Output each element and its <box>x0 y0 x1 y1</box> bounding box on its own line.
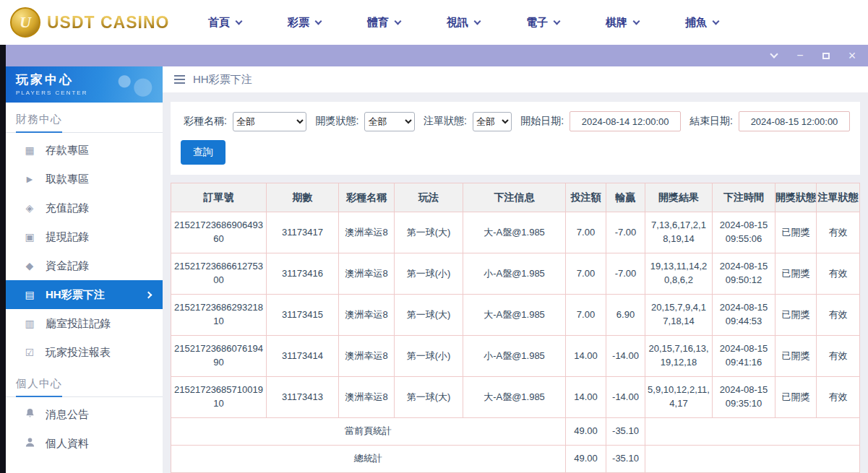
hamburger-menu-icon[interactable] <box>174 79 185 80</box>
nav-item-label: 體育 <box>367 16 389 30</box>
page-title: HH彩票下注 <box>193 73 252 87</box>
close-button[interactable]: × <box>846 50 858 61</box>
sidebar-item-profile[interactable]: 個人資料 <box>6 429 163 458</box>
collapse-button[interactable] <box>768 50 780 61</box>
nav-item-home[interactable]: 首頁 <box>208 16 241 30</box>
header-period: 期數 <box>267 183 339 212</box>
nav-item-sports[interactable]: 體育 <box>367 16 400 30</box>
nav-item-label: 視訊 <box>447 16 468 30</box>
page-header: HH彩票下注 <box>163 66 868 92</box>
header-bet-amount: 投注額 <box>566 183 606 212</box>
window-backdrop: − × 玩家中心 PLAYERS CENTER 財務中心 ▦ 存款專區 ► 取款… <box>0 45 868 473</box>
chevron-down-icon <box>236 17 243 25</box>
cell-winloss: -14.00 <box>606 336 645 377</box>
cell-order-status: 有效 <box>817 295 860 336</box>
main-content: HH彩票下注 彩種名稱: 全部 開獎狀態: 全部 注單狀態: 全部 開始日期: … <box>163 66 868 473</box>
page-total-bet: 49.00 <box>566 418 606 446</box>
sidebar-item-player-bet-report[interactable]: ☑ 玩家投注報表 <box>6 338 163 367</box>
lottery-type-select[interactable]: 全部 <box>233 112 307 131</box>
cashout-icon: ▣ <box>23 231 36 243</box>
sidebar: 玩家中心 PLAYERS CENTER 財務中心 ▦ 存款專區 ► 取款專區 ◈… <box>6 66 163 473</box>
cell-period: 31173416 <box>267 253 339 295</box>
chevron-down-icon <box>315 17 322 25</box>
cell-order-status: 有效 <box>817 212 860 253</box>
nav-item-chess[interactable]: 棋牌 <box>606 16 639 30</box>
nav-item-video[interactable]: 視訊 <box>447 16 480 30</box>
sidebar-item-room-bet-records[interactable]: ▥ 廳室投註記錄 <box>6 309 163 338</box>
draw-status-label: 開獎狀態: <box>315 115 358 128</box>
end-date-label: 結束日期: <box>689 115 733 128</box>
sidebar-item-recharge-records[interactable]: ◈ 充值記錄 <box>6 194 163 222</box>
logo[interactable]: U USDT CASINO <box>0 7 173 38</box>
nav-item-label: 捕魚 <box>685 16 707 30</box>
draw-status-select[interactable]: 全部 <box>364 112 415 131</box>
table-header-row: 訂單號 期數 彩種名稱 玩法 下注信息 投注額 輸贏 開獎結果 下注時間 開獎狀… <box>171 183 860 212</box>
sidebar-item-label: 玩家投注報表 <box>46 346 111 360</box>
cell-bet-time: 2024-08-15 09:55:06 <box>713 212 775 253</box>
window-titlebar: − × <box>6 45 868 66</box>
nav-item-label: 首頁 <box>208 16 230 30</box>
cell-order-id: 2152172368571001910 <box>171 377 267 418</box>
nav-item-fishing[interactable]: 捕魚 <box>685 16 718 30</box>
cell-play-type: 第一球(小) <box>395 336 463 377</box>
sidebar-item-label: 資金記錄 <box>46 259 89 273</box>
cell-order-id: 2152172368661275300 <box>171 253 267 295</box>
cell-play-type: 第一球(大) <box>395 377 463 418</box>
cell-draw-result: 5,9,10,12,2,11,4,17 <box>645 377 713 418</box>
end-date-input[interactable] <box>739 111 850 131</box>
cell-lottery-name: 澳洲幸运8 <box>339 295 395 336</box>
minimize-button[interactable]: − <box>794 50 806 61</box>
cell-order-status: 有效 <box>817 336 860 377</box>
bell-icon <box>23 408 36 421</box>
sidebar-item-hh-lottery-bets[interactable]: ▤ HH彩票下注 <box>6 280 163 309</box>
maximize-button[interactable] <box>820 50 832 61</box>
cell-bet-info: 大-A盤@1.985 <box>463 212 566 253</box>
cell-bet-info: 大-A盤@1.985 <box>463 295 566 336</box>
sidebar-item-deposit-zone[interactable]: ▦ 存款專區 <box>6 136 163 165</box>
cell-bet-time: 2024-08-15 09:50:12 <box>713 253 775 295</box>
cell-draw-status: 已開獎 <box>775 295 817 336</box>
nav-item-electronic[interactable]: 電子 <box>526 16 559 30</box>
table-row: 2152172368690649360 31173417 澳洲幸运8 第一球(大… <box>171 212 860 253</box>
cell-order-status: 有效 <box>817 253 860 295</box>
order-status-select[interactable]: 全部 <box>473 112 512 131</box>
cell-winloss: -7.00 <box>606 212 645 253</box>
header-draw-result: 開獎結果 <box>645 183 713 212</box>
cell-bet-info: 小-A盤@1.985 <box>463 253 566 295</box>
sidebar-item-label: 提現記錄 <box>46 230 89 244</box>
chevron-down-icon <box>633 17 640 25</box>
query-button[interactable]: 查詢 <box>181 140 225 165</box>
cell-order-status: 有效 <box>817 377 860 418</box>
sidebar-header: 玩家中心 PLAYERS CENTER <box>6 66 163 103</box>
nav-item-label: 電子 <box>526 16 548 30</box>
header-order-status: 注單狀態 <box>817 183 860 212</box>
page-total-label: 當前頁統計 <box>171 418 566 446</box>
cell-lottery-name: 澳洲幸运8 <box>339 377 395 418</box>
cell-period: 31173414 <box>267 336 339 377</box>
start-date-input[interactable] <box>570 111 681 131</box>
grand-total-label: 總統計 <box>171 446 566 473</box>
sidebar-item-withdraw-zone[interactable]: ► 取款專區 <box>6 165 163 194</box>
header-order-id: 訂單號 <box>171 183 267 212</box>
cell-bet-time: 2024-08-15 09:41:16 <box>713 336 775 377</box>
chevron-down-icon <box>474 17 481 25</box>
players-center-window: − × 玩家中心 PLAYERS CENTER 財務中心 ▦ 存款專區 ► 取款… <box>6 45 868 473</box>
cell-bet-info: 小-A盤@1.985 <box>463 336 566 377</box>
logo-text: USDT CASINO <box>47 13 169 32</box>
cell-draw-status: 已開獎 <box>775 336 817 377</box>
cell-play-type: 第一球(大) <box>395 212 463 253</box>
sidebar-item-announcements[interactable]: 消息公告 <box>6 400 163 429</box>
table-row: 2152172368661275300 31173416 澳洲幸运8 第一球(小… <box>171 253 860 295</box>
sidebar-item-cashout-records[interactable]: ▣ 提現記錄 <box>6 222 163 251</box>
logo-emblem-letter: U <box>20 13 31 32</box>
maximize-icon <box>822 53 830 59</box>
cell-draw-result: 20,15,7,9,4,17,18,14 <box>645 295 713 336</box>
cell-draw-result: 20,15,7,16,13,19,12,18 <box>645 336 713 377</box>
sidebar-item-funds-records[interactable]: ◆ 資金記錄 <box>6 251 163 280</box>
withdraw-icon: ► <box>23 173 36 185</box>
funds-icon: ◆ <box>23 260 36 272</box>
nav-item-lottery[interactable]: 彩票 <box>288 16 321 30</box>
cell-bet-amount: 7.00 <box>566 212 606 253</box>
cell-period: 31173417 <box>267 212 339 253</box>
page-total-empty <box>645 418 860 446</box>
